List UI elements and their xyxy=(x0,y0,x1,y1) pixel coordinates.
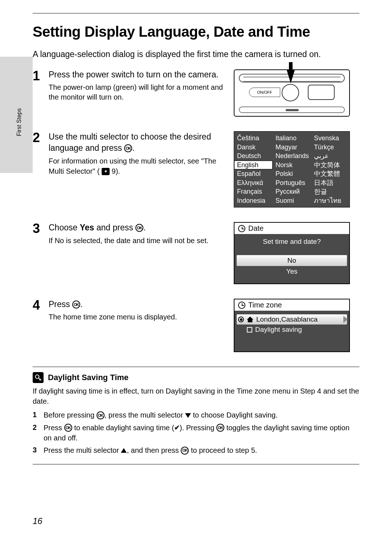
up-arrow-icon xyxy=(121,448,127,453)
section-tab: First Steps xyxy=(16,108,23,136)
text: Time zone xyxy=(237,387,270,395)
text: , and then press xyxy=(127,446,181,454)
step-2-title: Use the multi selector to choose the des… xyxy=(49,131,229,154)
ok-icon: OK xyxy=(124,144,132,152)
language-option: 中文繁體 xyxy=(311,169,350,178)
step-3: 3 Choose Yes and press OK. If No is sele… xyxy=(33,222,359,284)
ok-icon: OK xyxy=(72,301,80,309)
step-2-text: For information on using the multi selec… xyxy=(49,156,229,176)
home-icon xyxy=(247,317,253,322)
check-icon: ✔ xyxy=(174,423,180,432)
ok-icon: OK xyxy=(216,424,224,432)
list-number: 3 xyxy=(33,445,38,455)
timezone-daylight-row: Daylight saving xyxy=(237,325,347,335)
date-option-no: No xyxy=(237,255,347,266)
text: Daylight saving xyxy=(166,387,215,395)
timezone-daylight-label: Daylight saving xyxy=(255,326,302,334)
intro-text: A language-selection dialog is displayed… xyxy=(33,49,359,60)
text: For information on using the multi selec… xyxy=(49,157,216,175)
text: ). Pressing xyxy=(180,424,216,432)
timezone-home-label: London,Casablanca xyxy=(256,315,318,323)
text: . xyxy=(80,299,82,309)
step-4-title: Press OK. xyxy=(49,299,229,310)
radio-selected-icon xyxy=(238,317,244,322)
language-option: Français xyxy=(234,187,273,196)
page-title: Setting Display Language, Date and Time xyxy=(33,24,359,40)
language-option: Svenska xyxy=(311,134,350,143)
text: to choose xyxy=(191,411,226,419)
text: If xyxy=(49,237,55,245)
list-number: 2 xyxy=(33,423,38,443)
language-option: Polski xyxy=(273,169,311,178)
step-number: 3 xyxy=(33,222,49,284)
text: No xyxy=(55,237,64,245)
step-4: 4 Press OK. The home time zone menu is d… xyxy=(33,299,359,352)
note-title: Daylight Saving Time xyxy=(48,373,128,382)
note-pencil-icon xyxy=(33,372,44,383)
date-dialog-title: Date xyxy=(248,224,264,233)
ok-icon: OK xyxy=(181,447,189,455)
language-option: Čeština xyxy=(234,134,273,143)
note-body: If daylight saving time is in effect, tu… xyxy=(33,386,359,406)
text: . xyxy=(143,223,146,232)
list-number: 1 xyxy=(33,410,38,420)
text: Before pressing xyxy=(44,411,97,419)
text: 9). xyxy=(110,167,120,175)
step-1-title: Press the power switch to turn on the ca… xyxy=(49,69,229,80)
step-number: 1 xyxy=(33,69,49,117)
down-arrow-icon xyxy=(185,413,191,418)
step-1-text: The power-on lamp (green) will light for… xyxy=(49,82,229,102)
step-4-text: The home time zone menu is displayed. xyxy=(49,312,229,322)
language-menu-screen: ČeštinaItalianoSvenskaDanskMagyarTürkçeD… xyxy=(234,131,350,207)
text: and press xyxy=(94,223,135,232)
text: Choose xyxy=(49,223,80,232)
clock-icon xyxy=(238,302,245,309)
language-option: ภาษาไทย xyxy=(311,196,350,205)
power-arrow-icon xyxy=(287,70,295,83)
date-dialog-screen: Date Set time and date? No Yes xyxy=(234,222,350,284)
language-option: Dansk xyxy=(234,143,273,152)
note-item-1: 1 Before pressing OK, press the multi se… xyxy=(33,410,359,420)
language-option: English xyxy=(234,161,273,170)
camera-top-illustration: ON/OFF xyxy=(234,69,350,117)
timezone-dialog-title: Time zone xyxy=(248,301,282,309)
checkbox-empty-icon xyxy=(247,327,252,333)
language-option: 한글 xyxy=(311,187,350,196)
language-option: عربي xyxy=(311,152,350,161)
language-option: 日本語 xyxy=(311,178,350,188)
language-option: Ελληνικά xyxy=(234,178,273,188)
language-option: Türkçe xyxy=(311,143,350,152)
text: . xyxy=(132,143,134,153)
manual-ref-icon: ✦ xyxy=(102,168,110,175)
note-item-2: 2 Press OK to enable daylight saving tim… xyxy=(33,423,359,443)
clock-icon xyxy=(238,225,245,232)
text: If daylight saving time is in effect, tu… xyxy=(33,387,166,395)
text: in the xyxy=(215,387,237,395)
language-option: Português xyxy=(273,178,311,188)
language-option: Русский xyxy=(273,187,311,196)
language-option: Norsk xyxy=(273,161,311,170)
step-3-text: If No is selected, the date and time wil… xyxy=(49,235,229,246)
language-option: Nederlands xyxy=(273,152,311,161)
timezone-dialog-screen: Time zone London,Casablanca Daylight sav… xyxy=(234,299,350,352)
step-1: 1 Press the power switch to turn on the … xyxy=(33,69,359,117)
onoff-label: ON/OFF xyxy=(249,88,280,97)
language-option: Italiano xyxy=(273,134,311,143)
step-3-title: Choose Yes and press OK. xyxy=(49,222,229,233)
text: to proceed to step 5. xyxy=(189,446,257,454)
date-option-yes: Yes xyxy=(234,266,349,277)
text: Daylight saving xyxy=(226,411,276,419)
text: , press the multi selector xyxy=(105,411,185,419)
text: is selected, the date and time will not … xyxy=(64,237,208,245)
language-option: Deutsch xyxy=(234,152,273,161)
page-number: 16 xyxy=(33,516,42,526)
step-number: 4 xyxy=(33,299,49,352)
top-rule xyxy=(33,13,359,13)
text: Press xyxy=(44,424,64,432)
ok-icon: OK xyxy=(64,424,72,432)
step-2: 2 Use the multi selector to choose the d… xyxy=(33,131,359,207)
timezone-home-row: London,Casablanca xyxy=(237,314,347,325)
ok-icon: OK xyxy=(97,411,105,419)
language-option: Suomi xyxy=(273,196,311,205)
text: Press xyxy=(49,299,72,309)
